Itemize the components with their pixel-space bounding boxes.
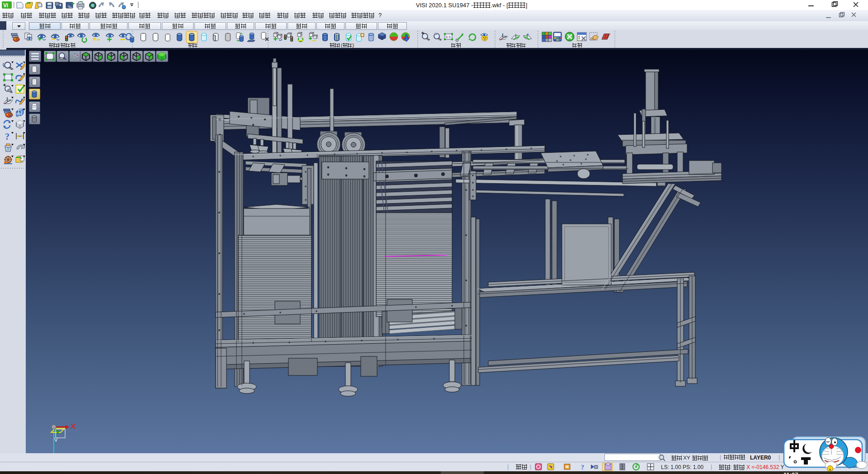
svg-text:?: ?	[581, 464, 584, 471]
svg-text:Vi: Vi	[3, 2, 8, 9]
svg-text:?: ?	[5, 132, 9, 142]
svg-text:1:1: 1:1	[446, 35, 451, 39]
